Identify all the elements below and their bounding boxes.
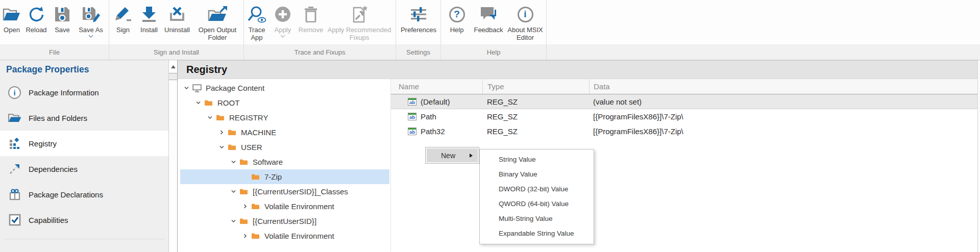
trace-app-label: Trace App (244, 26, 270, 41)
save-as-label: Save As (79, 26, 103, 34)
feedback-button[interactable]: Feedback (473, 3, 504, 44)
dependencies-icon (8, 163, 21, 175)
sidebar-title: Package Properties (0, 60, 168, 80)
chevron-down-icon[interactable] (184, 81, 192, 95)
tree-item-currentusersid[interactable]: [{CurrentUserSID}] (178, 214, 390, 229)
tree-item-registry-key[interactable]: REGISTRY (178, 110, 390, 125)
column-header-name[interactable]: Name (391, 79, 482, 94)
open-label: Open (4, 26, 20, 34)
page-title-bar: Registry (178, 60, 977, 79)
install-label: Install (140, 26, 158, 34)
tree-item-volatile-environment-2[interactable]: Volatile Environment (178, 229, 390, 243)
folder-icon (239, 188, 249, 195)
uninstall-button[interactable]: Uninstall (161, 3, 193, 44)
string-value-icon: ab (408, 113, 416, 120)
group-label-sign-and-install: Sign and Install (109, 44, 243, 60)
registry-values-table: Name Type Data ab (Default) REG_SZ (valu… (390, 79, 977, 251)
table-header: Name Type Data (391, 79, 977, 94)
open-button[interactable]: Open (0, 3, 23, 44)
chevron-down-icon[interactable] (195, 95, 204, 110)
tree-item-currentusersid-classes[interactable]: [{CurrentUserSID}]_Classes (178, 184, 390, 199)
sign-button[interactable]: Sign (109, 3, 137, 44)
tree-item-7zip[interactable]: 7-Zip (180, 169, 389, 184)
preferences-label: Preferences (401, 26, 436, 34)
folder-icon (228, 144, 237, 151)
apply-recommended-fixups-button: Apply Recommended Fixups (326, 3, 393, 44)
sidebar-item-package-declarations[interactable]: Package Declarations (0, 182, 168, 207)
open-output-folder-label: Open Output Folder (193, 26, 242, 41)
sidebar-item-registry[interactable]: Registry (0, 131, 168, 156)
uninstall-icon (168, 3, 186, 26)
save-button[interactable]: Save (49, 3, 76, 44)
chevron-down-icon[interactable] (231, 184, 239, 199)
sidebar-item-capabilities[interactable]: Capabilities (0, 207, 168, 233)
chevron-down-icon[interactable] (88, 35, 93, 38)
column-header-data[interactable]: Data (589, 79, 977, 94)
registry-icon (8, 137, 21, 149)
package-gift-icon (8, 188, 21, 200)
save-as-button[interactable]: Save As (76, 3, 106, 44)
preferences-button[interactable]: Preferences (396, 3, 441, 44)
sidebar-scrollbar[interactable] (168, 60, 178, 252)
string-value-icon: ab (408, 98, 416, 106)
menu-item-binary-value[interactable]: Binary Value (480, 167, 594, 182)
scrollbar-thumb[interactable] (169, 80, 177, 252)
about-msix-editor-button[interactable]: i About MSIX Editor (504, 3, 546, 44)
tree-item-root[interactable]: ROOT (178, 95, 390, 110)
folder-icon (251, 203, 261, 210)
table-scrollbar[interactable] (977, 60, 980, 252)
tree-item-user[interactable]: USER (178, 140, 390, 155)
menu-item-string-value[interactable]: String Value (480, 152, 594, 167)
open-output-folder-button[interactable]: Open Output Folder (193, 3, 242, 44)
folder-icon (239, 159, 249, 166)
save-icon (54, 3, 70, 26)
scroll-up-button[interactable] (169, 60, 177, 73)
column-header-type[interactable]: Type (482, 79, 589, 94)
folder-icon (251, 233, 261, 240)
tree-item-volatile-environment[interactable]: Volatile Environment (178, 199, 390, 214)
help-button[interactable]: ? Help (441, 3, 473, 44)
submenu-arrow-icon (470, 154, 478, 158)
tree-item-software[interactable]: Software (178, 155, 390, 169)
table-row-path[interactable]: ab Path REG_SZ [{ProgramFilesX86}]\7-Zip… (391, 109, 977, 124)
table-row-default[interactable]: ab (Default) REG_SZ (value not set) (391, 94, 977, 109)
remove-label: Remove (299, 26, 323, 34)
trash-icon (303, 3, 318, 26)
chevron-down-icon[interactable] (231, 155, 239, 169)
sidebar-item-dependencies[interactable]: Dependencies (0, 156, 168, 182)
tree-item-package-content[interactable]: Package Content (178, 81, 390, 95)
table-row-path32[interactable]: ab Path32 REG_SZ [{ProgramFilesX86}]\7-Z… (391, 124, 977, 139)
capabilities-checkbox-icon (8, 214, 21, 226)
open-folder-icon (3, 3, 21, 26)
group-label-help: Help (441, 44, 546, 60)
ribbon-group-help: ? Help Feedback i About MSIX Editor Help (441, 0, 547, 60)
menu-item-expandable-string-value[interactable]: Expandable String Value (480, 226, 594, 241)
chevron-down-icon[interactable] (231, 214, 239, 229)
sidebar-item-files-and-folders[interactable]: Files and Folders (0, 105, 168, 131)
menu-item-qword-value[interactable]: QWORD (64-bit) Value (480, 196, 594, 211)
ribbon-group-sign-and-install: Sign Install Uninstall Open Output Folde… (109, 0, 244, 60)
install-arrow-icon (141, 3, 157, 26)
apply-button: Apply (270, 3, 296, 44)
chevron-right-icon[interactable] (219, 125, 228, 140)
trace-app-button[interactable]: Trace App (244, 3, 270, 44)
context-menu-item-new[interactable]: New (427, 148, 478, 162)
chevron-down-icon[interactable] (219, 140, 228, 155)
menu-item-dword-value[interactable]: DWORD (32-bit) Value (480, 182, 594, 196)
monitor-icon (192, 84, 202, 92)
menu-item-multi-string-value[interactable]: Multi-String Value (480, 211, 594, 226)
reload-button[interactable]: Reload (23, 3, 49, 44)
tree-item-machine[interactable]: MACHINE (178, 125, 390, 140)
install-button[interactable]: Install (137, 3, 161, 44)
open-output-folder-icon (208, 3, 227, 26)
chevron-right-icon[interactable] (242, 229, 251, 243)
page-title: Registry (186, 64, 227, 75)
sidebar-item-package-information[interactable]: i Package Information (0, 80, 168, 105)
group-label-trace-and-fixups: Trace and Fixups (244, 44, 396, 60)
uninstall-label: Uninstall (164, 26, 190, 34)
ribbon-toolbar: Open Reload Save Save As (0, 0, 980, 60)
registry-tree: Package Content ROOT REGISTRY MACHINE US (178, 79, 390, 251)
chevron-right-icon[interactable] (242, 199, 251, 214)
folder-icon (239, 218, 249, 225)
chevron-down-icon[interactable] (207, 110, 216, 125)
